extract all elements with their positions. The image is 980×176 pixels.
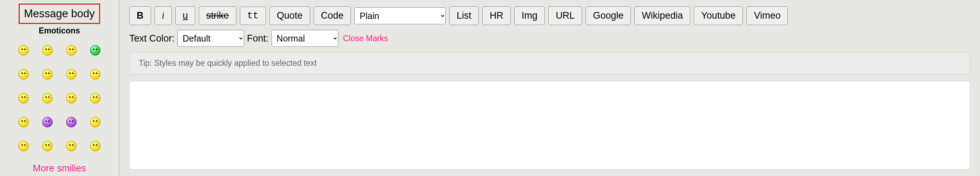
emoticon-shocked-icon[interactable]: [18, 69, 29, 80]
youtube-button[interactable]: Youtube: [694, 6, 743, 25]
emoticon-sad-icon[interactable]: [66, 45, 76, 56]
hr-button[interactable]: HR: [482, 6, 511, 25]
emoticon-razz-icon[interactable]: [66, 93, 76, 104]
toolbar-row-2: Text Color: Default Font: Normal Close M…: [129, 30, 970, 47]
emoticon-grid: [13, 40, 106, 157]
tip-bar: Tip: Styles may be quickly applied to se…: [129, 52, 970, 75]
syntax-select[interactable]: Plain: [355, 7, 446, 24]
emoticon-cry-icon[interactable]: [18, 117, 29, 127]
list-button[interactable]: List: [449, 6, 479, 25]
message-body-textarea[interactable]: [129, 81, 970, 170]
text-color-select[interactable]: Default: [177, 30, 244, 47]
message-body-title: Message body: [19, 3, 100, 24]
emoticon-confused-icon[interactable]: [90, 93, 100, 104]
toolbar: B i u strike tt Quote Code Plain List HR…: [129, 6, 970, 25]
emoticon-cool-icon[interactable]: [90, 69, 100, 80]
emoticon-eek-icon[interactable]: [90, 117, 100, 127]
bold-button[interactable]: B: [129, 6, 151, 25]
emoticon-smile-icon[interactable]: [66, 141, 76, 151]
emoticon-exclaim-icon[interactable]: [42, 141, 52, 151]
emoticon-wink-icon[interactable]: [18, 141, 29, 151]
underline-button[interactable]: u: [175, 6, 195, 25]
main-editor-area: B i u strike tt Quote Code Plain List HR…: [119, 0, 980, 176]
emoticon-laugh-icon[interactable]: [42, 45, 52, 56]
vimeo-button[interactable]: Vimeo: [746, 6, 788, 25]
emoticon-mrgreen-icon[interactable]: [90, 45, 100, 56]
more-smilies-link[interactable]: More smilies: [33, 163, 86, 174]
img-button[interactable]: Img: [514, 6, 545, 25]
google-button[interactable]: Google: [585, 6, 631, 25]
url-button[interactable]: URL: [548, 6, 582, 25]
tt-button[interactable]: tt: [240, 7, 266, 25]
close-marks-link[interactable]: Close Marks: [343, 34, 388, 43]
text-color-label: Text Color:: [129, 33, 175, 44]
emoticon-twisted-icon[interactable]: [66, 117, 76, 127]
quote-button[interactable]: Quote: [269, 6, 310, 25]
emoticons-label: Emoticons: [39, 26, 80, 35]
code-button[interactable]: Code: [314, 6, 351, 25]
italic-button[interactable]: i: [154, 6, 172, 25]
emoticon-rolleyes-icon[interactable]: [42, 69, 52, 80]
sidebar: Message body Emoticons More smilies: [0, 0, 119, 176]
emoticon-neutral-icon[interactable]: [42, 93, 52, 104]
strike-button[interactable]: strike: [199, 6, 236, 25]
emoticon-happy-icon[interactable]: [18, 93, 29, 104]
emoticon-idea-icon[interactable]: [90, 141, 100, 151]
font-label: Font:: [247, 33, 269, 44]
emoticon-question-icon[interactable]: [66, 69, 76, 80]
font-select[interactable]: Normal: [272, 30, 338, 47]
emoticon-evil-icon[interactable]: [42, 117, 52, 127]
emoticon-grin-icon[interactable]: [18, 45, 29, 56]
wikipedia-button[interactable]: Wikipedia: [634, 6, 690, 25]
